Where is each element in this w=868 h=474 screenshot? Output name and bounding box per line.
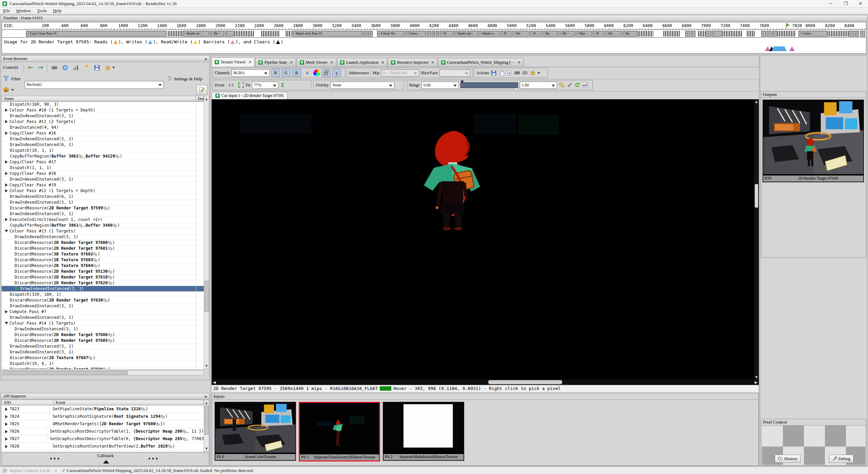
timeline-pass-block[interactable]: + Colou··· <box>405 31 426 37</box>
menu-tools[interactable]: Tools <box>34 8 50 14</box>
overlay-select[interactable]: None <box>331 82 394 89</box>
timeline-pass-block[interactable]: + De··· <box>605 31 621 37</box>
timeline-pass-block[interactable]: + D··· <box>440 31 453 37</box>
stats-icon[interactable] <box>73 65 79 71</box>
menu-file[interactable]: File <box>0 8 13 14</box>
event-row[interactable]: DrawIndexedInstanced(3, 1) <box>2 344 204 349</box>
timeline-pass-block[interactable]: + Copy/Clear Pass #1 <box>26 31 166 37</box>
event-row[interactable]: CopyBufferRegion(Buffer 3861, Buffer 348… <box>2 223 204 228</box>
copy-icon[interactable] <box>498 70 505 76</box>
event-row[interactable]: Copy/Clear Pass #17 <box>2 159 204 165</box>
asterisk-icon[interactable]: * <box>84 64 90 70</box>
menu-help[interactable]: Help <box>50 8 64 14</box>
event-row[interactable]: DiscardResource(2D Texture 97604) <box>2 263 204 269</box>
api-call-row[interactable]: 7828SetGraphicsRootConstantBufferView(2,… <box>2 443 204 450</box>
event-row[interactable]: Compute Pass #7 <box>2 309 204 315</box>
timeline-pass-block[interactable]: + Dep··· <box>575 31 592 37</box>
save-texture-icon[interactable] <box>491 70 497 76</box>
autofit-wand-icon[interactable] <box>567 82 573 88</box>
event-row[interactable]: DrawIndexedInstanced(3, 1) <box>2 234 204 240</box>
timeline-pass-block[interactable]: + <box>368 31 373 37</box>
range-max-input[interactable]: 1.00 <box>520 82 557 89</box>
api-call-row[interactable]: 7825OMSetRenderTargets({ 2D Render Targe… <box>2 420 204 428</box>
timeline-event-marks[interactable] <box>638 31 653 37</box>
timeline-event-marks[interactable] <box>828 31 849 37</box>
timeline-pass-block[interactable]: + <box>436 31 439 37</box>
timeline-pass-block[interactable]: + De··· <box>210 31 224 37</box>
scrollbar-thumb[interactable] <box>488 380 562 384</box>
magnifier-icon[interactable] <box>559 82 565 88</box>
event-row[interactable]: DrawIndexedInstanced(3, 1) <box>2 303 204 309</box>
range-min-input[interactable]: 0.00 <box>421 82 459 89</box>
api-call-row[interactable]: 7827SetGraphicsRootDescriptorTable(0, { … <box>2 435 204 443</box>
scroll-left-icon[interactable]: ◀ <box>212 380 217 385</box>
range-slider[interactable] <box>460 82 518 88</box>
timeline-event-marks[interactable] <box>777 31 795 37</box>
event-row[interactable]: DrawIndexedInstanced(3, 1) <box>2 177 204 182</box>
column-header-event[interactable]: Event <box>53 400 204 405</box>
event-row[interactable]: DrawIndexedInstanced(3, 1) <box>2 349 204 355</box>
event-row[interactable]: Copy/Clear Pass #19 <box>2 182 204 188</box>
event-row[interactable]: DiscardResource(2D Texture 97607) <box>2 355 204 361</box>
event-row[interactable]: Colour Pass #10 (1 Targets + Depth) <box>2 107 204 113</box>
usage-marker-icon[interactable] <box>789 46 795 51</box>
tab-mesh-viewer[interactable]: Mesh Viewer✕ <box>297 58 336 67</box>
mip-select[interactable]: 0 - 2560x1440 <box>381 69 419 77</box>
event-row[interactable]: DiscardResource(2D Render Target 95130) <box>2 269 204 274</box>
chevron-down-icon[interactable] <box>537 72 540 74</box>
event-row[interactable]: Colour Pass #11 (2 Targets) <box>2 119 204 125</box>
event-row[interactable]: Dispatch(1, 1, 1) <box>2 165 204 171</box>
event-row[interactable]: Colour Pass #12 (1 Targets + Depth) <box>2 188 204 194</box>
find-icon[interactable] <box>51 65 57 71</box>
channels-select[interactable]: RGBA <box>232 69 270 77</box>
timeline-pass-block[interactable]: + <box>772 31 777 37</box>
timeline-event-marks[interactable] <box>698 31 706 37</box>
timeline-pass-block[interactable]: + Depth-only Pass #5 <box>292 31 362 37</box>
api-call-row[interactable]: 7826SetGraphicsRootDescriptorTable(1, { … <box>2 428 204 435</box>
green-channel-button[interactable]: G <box>282 69 291 77</box>
event-row[interactable]: DiscardResource(2D Render Target 97608) <box>2 367 204 369</box>
star-dropdown-icon[interactable] <box>530 70 536 76</box>
event-row[interactable]: DiscardResource(2D Render Target 97600) <box>2 240 204 246</box>
event-row[interactable]: DrawInstanced(4, 64) <box>2 125 204 130</box>
timeline-event-marks[interactable] <box>664 31 680 37</box>
back-arrow-icon[interactable]: ← <box>27 64 34 70</box>
scrollbar-thumb[interactable] <box>755 184 758 208</box>
tab-close-icon[interactable]: ✕ <box>290 60 293 65</box>
slice-face-select[interactable] <box>439 69 470 77</box>
timeline-pass-block[interactable]: + Depth-o··· <box>478 31 499 37</box>
current-texture-tab[interactable]: Cur Input 1 - 2D Render Target 97595 <box>212 92 288 99</box>
scrollbar-thumb[interactable] <box>3 371 127 375</box>
timeline-pass-block[interactable]: + D··· <box>592 31 604 37</box>
color-wheel-icon[interactable] <box>313 69 320 76</box>
open-resource-icon[interactable] <box>506 70 512 76</box>
timeline-pass-block[interactable]: + <box>712 31 722 37</box>
column-header-name[interactable]: Name <box>2 96 196 101</box>
find-texture-icon[interactable] <box>514 70 520 76</box>
tab-close-icon[interactable]: ✕ <box>330 60 333 65</box>
eid-ruler[interactable]: EID: 20040060080010001200140016001800200… <box>2 22 866 30</box>
scrollbar-thumb[interactable] <box>204 406 209 435</box>
new-bookmark-button[interactable] <box>196 85 207 95</box>
tab-close-icon[interactable]: ✕ <box>249 60 252 64</box>
event-row[interactable]: DrawIndexedInstanced(3, 1) <box>2 326 204 332</box>
timeline-event-marks[interactable] <box>261 31 279 37</box>
forward-arrow-icon[interactable]: → <box>38 64 44 70</box>
event-row[interactable]: DiscardResource(2D Render Target 97610) <box>2 274 204 280</box>
input-thumbnail-ps0[interactable]: PS 0SceneColorTexture <box>215 402 296 461</box>
timeline-event-marks[interactable] <box>168 31 182 37</box>
tab-texture-viewer[interactable]: Texture Viewer✕ <box>212 57 255 67</box>
timeline-pass-block[interactable]: + <box>225 31 234 37</box>
tab-resource-inspector[interactable]: Resource Inspector✕ <box>388 58 437 67</box>
event-row[interactable]: DrawIndexedInstanced(3, 1) <box>2 113 204 119</box>
home-icon[interactable] <box>3 86 9 92</box>
timeline-pass-block[interactable]: + <box>363 31 368 37</box>
event-row[interactable]: DrawIndexedInstanced(3, 1) <box>2 200 204 205</box>
column-header-duration[interactable]: Durati <box>195 96 204 101</box>
event-row[interactable]: DrawIndexedInstanced(3, 1) <box>2 211 204 217</box>
fit-icon[interactable] <box>238 82 244 88</box>
timeline-pass-block[interactable]: + Depth-on··· <box>183 31 209 37</box>
output-thumbnail-rt0[interactable]: RT02D Render Target 97600 <box>763 100 864 182</box>
event-row[interactable]: DiscardResource(3D Texture 97602) <box>2 251 204 257</box>
event-row[interactable]: Dispatch(10, 6, 1) <box>2 361 204 367</box>
